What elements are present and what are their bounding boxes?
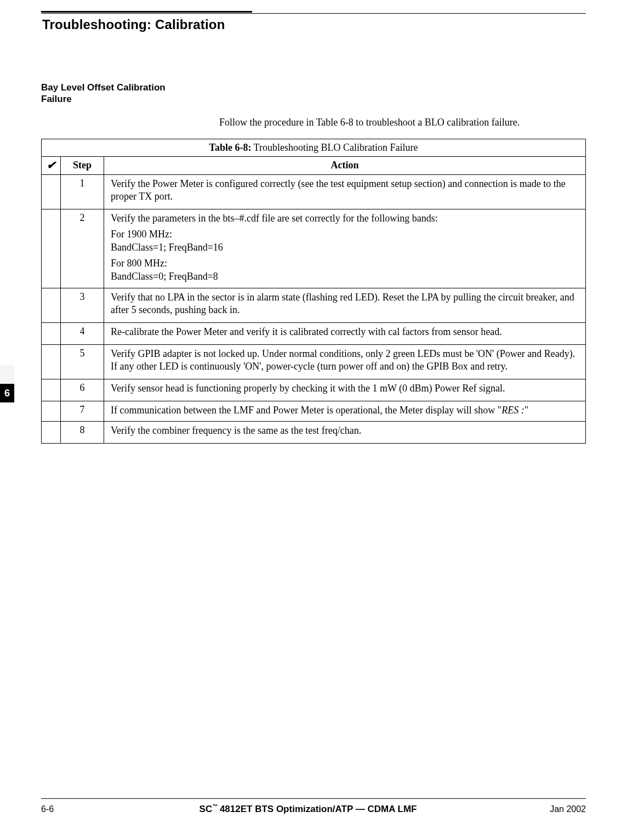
check-cell xyxy=(42,345,61,379)
action-line: Verify the Power Meter is configured cor… xyxy=(111,178,579,203)
step-cell: 5 xyxy=(61,345,104,379)
action-line: For 800 MHz: xyxy=(111,257,579,270)
table-row: 3Verify that no LPA in the sector is in … xyxy=(42,288,586,323)
page-footer: 6-6 SC™ 4812ET BTS Optimization/ATP — CD… xyxy=(41,798,586,815)
action-cell: Re-calibrate the Power Meter and verify … xyxy=(104,323,586,345)
table-header-action: Action xyxy=(104,156,586,174)
table-header-step: Step xyxy=(61,156,104,174)
table-row: 5Verify GPIB adapter is not locked up. U… xyxy=(42,345,586,379)
side-tab-shadow xyxy=(0,365,14,384)
step-cell: 3 xyxy=(61,288,104,323)
table-row: 7If communication between the LMF and Po… xyxy=(42,401,586,422)
table-row: 8Verify the combiner frequency is the sa… xyxy=(42,422,586,444)
action-line: BandClass=0; FreqBand=8 xyxy=(111,270,579,283)
action-line: BandClass=1; FreqBand=16 xyxy=(111,241,579,254)
table-row: 6Verify sensor head is functioning prope… xyxy=(42,379,586,401)
trademark-icon: ™ xyxy=(212,803,217,809)
check-cell xyxy=(42,422,61,444)
header-rule-thin xyxy=(41,13,586,14)
check-cell xyxy=(42,288,61,323)
table-title: Table 6-8: Troubleshooting BLO Calibrati… xyxy=(42,139,586,156)
footer-center-prefix: SC xyxy=(200,804,213,814)
intro-paragraph: Follow the procedure in Table 6-8 to tro… xyxy=(219,116,543,129)
table-row: 2Verify the parameters in the bts–#.cdf … xyxy=(42,209,586,288)
table-title-bold: Table 6-8: xyxy=(209,142,252,153)
footer-date: Jan 2002 xyxy=(531,804,586,814)
page-title: Troubleshooting: Calibration xyxy=(42,17,586,32)
section-heading: Bay Level Offset Calibration Failure xyxy=(41,82,195,105)
action-line: Verify sensor head is functioning proper… xyxy=(111,382,579,395)
step-cell: 8 xyxy=(61,422,104,444)
action-cell: If communication between the LMF and Pow… xyxy=(104,401,586,422)
action-cell: Verify GPIB adapter is not locked up. Un… xyxy=(104,345,586,379)
footer-page-number: 6-6 xyxy=(41,804,85,814)
table-row: 1Verify the Power Meter is configured co… xyxy=(42,174,586,209)
action-line: Verify the parameters in the bts–#.cdf f… xyxy=(111,212,579,225)
check-cell xyxy=(42,174,61,209)
table-row: 4Re-calibrate the Power Meter and verify… xyxy=(42,323,586,345)
action-cell: Verify sensor head is functioning proper… xyxy=(104,379,586,401)
action-cell: Verify the Power Meter is configured cor… xyxy=(104,174,586,209)
troubleshooting-table: Table 6-8: Troubleshooting BLO Calibrati… xyxy=(41,139,586,444)
table-title-rest: Troubleshooting BLO Calibration Failure xyxy=(251,142,418,153)
action-cell: Verify the parameters in the bts–#.cdf f… xyxy=(104,209,586,288)
table-header-check: ✔ xyxy=(42,156,61,174)
check-cell xyxy=(42,401,61,422)
action-cell: Verify that no LPA in the sector is in a… xyxy=(104,288,586,323)
header-rule-thick xyxy=(41,11,252,13)
chapter-side-tab: 6 xyxy=(0,384,14,402)
action-line: For 1900 MHz: xyxy=(111,228,579,241)
action-line: Verify that no LPA in the sector is in a… xyxy=(111,291,579,316)
check-icon: ✔ xyxy=(47,159,56,171)
footer-center-rest: 4812ET BTS Optimization/ATP — CDMA LMF xyxy=(220,804,417,814)
check-cell xyxy=(42,209,61,288)
footer-rule xyxy=(41,798,586,799)
check-cell xyxy=(42,379,61,401)
check-cell xyxy=(42,323,61,345)
step-cell: 1 xyxy=(61,174,104,209)
troubleshooting-table-wrap: Table 6-8: Troubleshooting BLO Calibrati… xyxy=(41,139,586,444)
step-cell: 6 xyxy=(61,379,104,401)
action-line: Re-calibrate the Power Meter and verify … xyxy=(111,326,579,338)
action-line: Verify the combiner frequency is the sam… xyxy=(111,424,579,437)
action-line: Verify GPIB adapter is not locked up. Un… xyxy=(111,348,579,373)
footer-doc-title: SC™ 4812ET BTS Optimization/ATP — CDMA L… xyxy=(85,803,531,815)
action-cell: Verify the combiner frequency is the sam… xyxy=(104,422,586,444)
step-cell: 4 xyxy=(61,323,104,345)
step-cell: 7 xyxy=(61,401,104,422)
step-cell: 2 xyxy=(61,209,104,288)
